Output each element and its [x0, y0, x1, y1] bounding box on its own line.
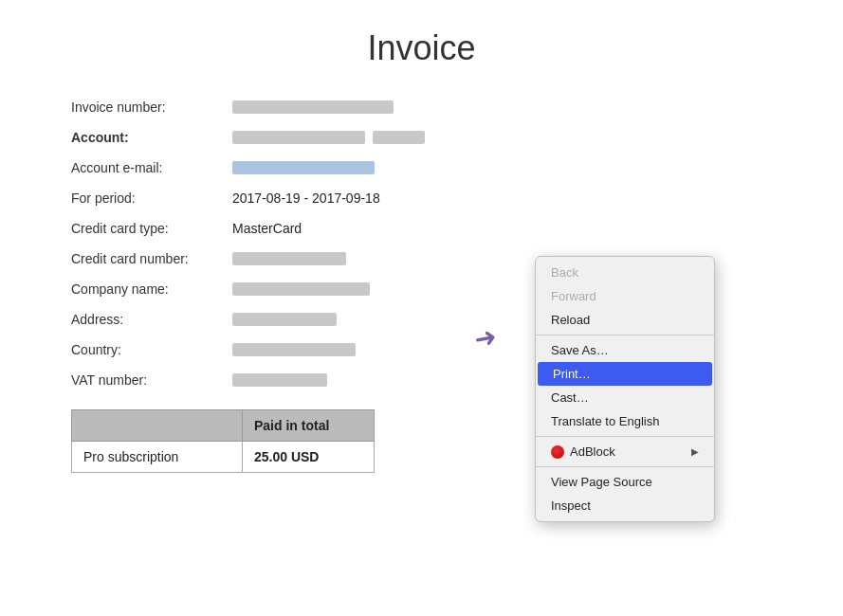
cc-type-value: MasterCard — [232, 221, 302, 236]
table-row: Pro subscription 25.00 USD — [72, 442, 375, 473]
account-value-1 — [232, 131, 365, 144]
account-row: Account: — [71, 127, 843, 148]
menu-separator-1 — [536, 335, 714, 335]
table-cell-product: Pro subscription — [72, 442, 243, 473]
context-menu: Back Forward Reload Save As… Print… Cast… — [535, 256, 715, 522]
menu-item-reload[interactable]: Reload — [536, 308, 714, 332]
country-row: Country: — [71, 339, 843, 360]
period-label: For period: — [71, 190, 232, 206]
menu-item-save-as[interactable]: Save As… — [536, 338, 714, 362]
company-label: Company name: — [71, 281, 232, 297]
cc-type-row: Credit card type: MasterCard — [71, 218, 843, 239]
submenu-arrow-icon: ▶ — [691, 446, 699, 457]
menu-item-forward[interactable]: Forward — [536, 284, 714, 308]
invoice-fields: Invoice number: Account: Account e-mail:… — [71, 97, 843, 390]
menu-item-view-source[interactable]: View Page Source — [536, 470, 714, 494]
cc-number-row: Credit card number: — [71, 248, 843, 269]
menu-item-adblock[interactable]: AdBlock ▶ — [536, 440, 714, 463]
vat-value — [232, 373, 327, 387]
vat-row: VAT number: — [71, 370, 843, 390]
cc-number-label: Credit card number: — [71, 251, 232, 266]
address-label: Address: — [71, 312, 232, 327]
table-header-col1 — [72, 410, 243, 442]
invoice-table: Paid in total Pro subscription 25.00 USD — [71, 409, 375, 473]
menu-item-inspect[interactable]: Inspect — [536, 494, 714, 517]
vat-label: VAT number: — [71, 372, 232, 388]
menu-item-print[interactable]: Print… — [538, 362, 712, 386]
country-value — [232, 343, 356, 356]
email-value — [232, 161, 375, 174]
cc-number-value — [232, 252, 346, 265]
period-value: 2017-08-19 - 2017-09-18 — [232, 190, 380, 206]
account-label: Account: — [71, 130, 232, 145]
menu-separator-2 — [536, 436, 714, 437]
table-header-col2: Paid in total — [243, 410, 375, 442]
table-cell-price: 25.00 USD — [243, 442, 375, 473]
menu-separator-3 — [536, 466, 714, 467]
company-value — [232, 282, 370, 296]
invoice-number-row: Invoice number: — [71, 97, 843, 118]
email-row: Account e-mail: — [71, 157, 843, 178]
menu-item-cast[interactable]: Cast… — [536, 386, 714, 409]
company-row: Company name: — [71, 279, 843, 299]
adblock-icon — [551, 445, 564, 459]
address-row: Address: — [71, 309, 843, 330]
country-label: Country: — [71, 342, 232, 357]
menu-item-translate[interactable]: Translate to English — [536, 409, 714, 433]
account-value-2 — [373, 131, 425, 144]
email-label: Account e-mail: — [71, 160, 232, 175]
address-value — [232, 313, 337, 326]
invoice-number-value — [232, 100, 394, 114]
page-title: Invoice — [0, 28, 843, 68]
invoice-number-label: Invoice number: — [71, 100, 232, 115]
cc-type-label: Credit card type: — [71, 221, 232, 236]
menu-item-back[interactable]: Back — [536, 261, 714, 284]
period-row: For period: 2017-08-19 - 2017-09-18 — [71, 188, 843, 208]
